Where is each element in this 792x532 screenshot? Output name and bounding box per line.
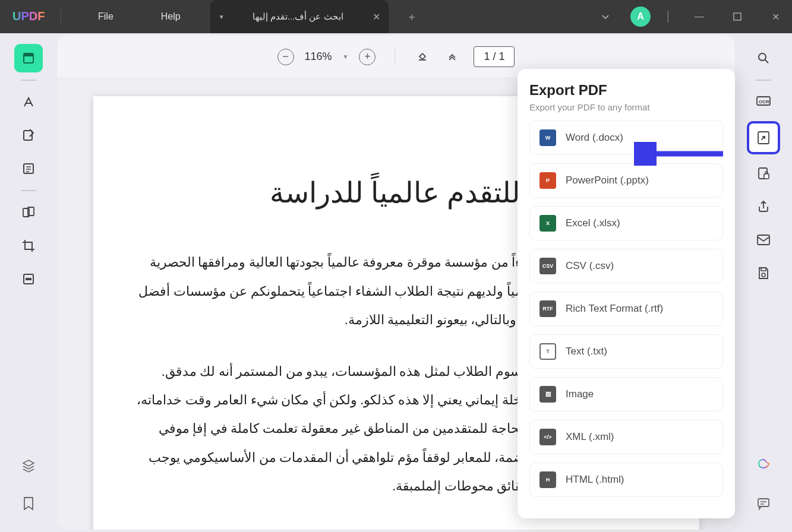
svg-text:OCR: OCR	[759, 99, 769, 104]
tab-title: ابحث عن أف...تقدم إليها	[231, 11, 365, 22]
user-avatar[interactable]: A	[630, 7, 651, 27]
svg-rect-16	[758, 235, 769, 245]
app-logo: UPDF	[12, 8, 48, 25]
export-label: Rich Text Format (.rtf)	[566, 303, 663, 315]
search-button[interactable]	[749, 44, 778, 72]
save-button[interactable]	[749, 259, 778, 287]
svg-rect-3	[24, 53, 33, 56]
document-tab[interactable]: ▼ ابحث عن أف...تقدم إليها ✕	[210, 0, 389, 33]
page-input[interactable]: 1 / 1	[474, 46, 515, 67]
export-option-word[interactable]: W Word (.docx)	[529, 121, 723, 155]
first-page-button[interactable]	[414, 49, 431, 65]
tab-add-icon[interactable]: ＋	[406, 10, 417, 24]
export-label: Text (.txt)	[566, 346, 607, 357]
svg-rect-9	[26, 278, 31, 280]
divider	[61, 10, 61, 24]
separator	[395, 48, 395, 66]
menu-file[interactable]: File	[86, 11, 125, 22]
image-icon: 🖼	[539, 386, 556, 403]
window-maximize-icon[interactable]	[724, 4, 750, 30]
export-label: Word (.docx)	[566, 132, 623, 144]
window-close-icon[interactable]: ✕	[762, 4, 788, 30]
titlebar: UPDF File Help ▼ ابحث عن أف...تقدم إليها…	[0, 0, 792, 33]
txt-icon: T	[539, 343, 556, 360]
layers-button[interactable]	[14, 451, 43, 480]
right-rail: OCR	[735, 33, 792, 532]
export-label: XML (.xml)	[566, 431, 614, 443]
html-icon: H	[539, 471, 556, 488]
zoom-dropdown-icon[interactable]: ▼	[343, 53, 349, 60]
divider: │	[662, 4, 674, 30]
edit-button[interactable]	[14, 121, 43, 150]
read-button[interactable]	[14, 154, 43, 183]
svg-text:UPDF: UPDF	[12, 10, 45, 23]
svg-point-18	[762, 273, 765, 277]
organize-button[interactable]	[14, 198, 43, 227]
app-body: − 116% ▼ + 1 / 1 فهم الحاجة للتقدم عالمي…	[0, 33, 792, 532]
svg-rect-17	[761, 268, 766, 271]
thumbnails-button[interactable]	[14, 44, 43, 72]
powerpoint-icon: P	[539, 172, 556, 189]
export-option-rtf[interactable]: RTF Rich Text Format (.rtf)	[529, 292, 723, 326]
rail-separator	[21, 190, 36, 191]
email-button[interactable]	[749, 226, 778, 254]
bookmark-button[interactable]	[14, 489, 43, 518]
menu-help[interactable]: Help	[149, 11, 193, 22]
export-label: CSV (.csv)	[566, 260, 614, 272]
zoom-out-button[interactable]: −	[277, 49, 294, 65]
export-label: Excel (.xlsx)	[566, 217, 620, 229]
export-option-txt[interactable]: T Text (.txt)	[529, 334, 723, 369]
redact-button[interactable]	[14, 265, 43, 293]
csv-icon: CSV	[539, 258, 556, 274]
export-button-highlighted[interactable]	[747, 121, 780, 154]
svg-rect-19	[758, 499, 769, 506]
export-label: PowerPoint (.pptx)	[566, 175, 649, 186]
tabs-dropdown-icon[interactable]	[592, 4, 619, 30]
rail-separator	[21, 80, 36, 81]
export-option-xml[interactable]: </> XML (.xml)	[529, 420, 723, 454]
rtf-icon: RTF	[539, 300, 556, 317]
export-option-excel[interactable]: X Excel (.xlsx)	[529, 206, 723, 240]
ai-button[interactable]	[749, 451, 778, 480]
export-option-html[interactable]: H HTML (.html)	[529, 463, 723, 497]
export-option-csv[interactable]: CSV CSV (.csv)	[529, 249, 723, 283]
excel-icon: X	[539, 215, 556, 232]
zoom-in-button[interactable]: +	[359, 49, 376, 65]
export-option-powerpoint[interactable]: P PowerPoint (.pptx)	[529, 163, 723, 198]
export-label: HTML (.html)	[566, 474, 624, 486]
svg-rect-1	[734, 13, 741, 20]
export-title: Export PDF	[529, 82, 723, 99]
comment-button[interactable]	[749, 489, 778, 518]
svg-point-10	[759, 53, 766, 61]
word-icon: W	[539, 129, 556, 146]
share-button[interactable]	[749, 192, 778, 221]
crop-button[interactable]	[14, 232, 43, 260]
window-minimize-icon[interactable]: —	[686, 4, 712, 30]
svg-rect-15	[764, 174, 769, 179]
prev-page-button[interactable]	[444, 49, 460, 65]
left-rail	[0, 33, 57, 532]
zoom-value: 116%	[305, 50, 332, 63]
export-subtitle: Export your PDF to any format	[529, 102, 723, 112]
tab-dropdown-icon[interactable]: ▼	[219, 14, 225, 20]
tab-close-icon[interactable]: ✕	[373, 11, 380, 23]
rail-separator	[756, 80, 771, 81]
export-label: Image	[566, 388, 594, 400]
export-pdf-panel: Export PDF Export your PDF to any format…	[518, 69, 735, 518]
annotate-button[interactable]	[14, 88, 43, 116]
xml-icon: </>	[539, 429, 556, 445]
ocr-button[interactable]: OCR	[749, 88, 778, 116]
protect-button[interactable]	[749, 159, 778, 188]
zoom-controls: − 116% ▼ +	[277, 49, 376, 65]
export-option-image[interactable]: 🖼 Image	[529, 377, 723, 411]
